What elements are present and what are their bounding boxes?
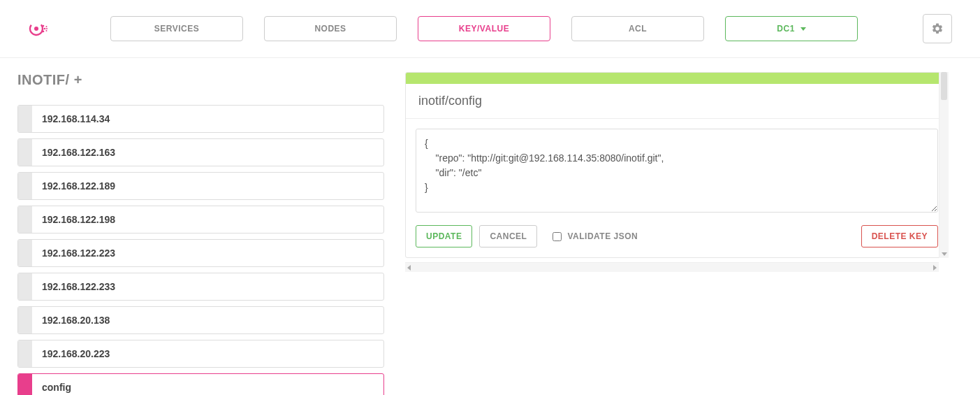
validate-json-checkbox[interactable] (553, 232, 562, 241)
svg-point-1 (34, 27, 38, 31)
tab-keyvalue[interactable]: KEY/VALUE (418, 16, 550, 41)
key-item-marker (18, 307, 32, 333)
key-item[interactable]: config (17, 373, 384, 395)
key-item-label: 192.168.122.189 (32, 173, 125, 199)
vertical-scrollbar[interactable] (939, 72, 949, 258)
consul-logo-icon (28, 19, 47, 38)
key-item-marker (18, 173, 32, 199)
value-textarea[interactable] (416, 129, 938, 213)
editor-key-path: inotif/config (406, 84, 948, 119)
cancel-button[interactable]: CANCEL (479, 225, 537, 247)
key-item[interactable]: 192.168.122.163 (17, 138, 384, 166)
validate-json-toggle[interactable]: VALIDATE JSON (553, 231, 638, 241)
key-item-label: 192.168.20.223 (32, 340, 119, 367)
svg-point-7 (46, 30, 47, 31)
tab-acl[interactable]: ACL (571, 16, 704, 41)
key-item-label: 192.168.114.34 (32, 106, 119, 132)
key-item-marker (18, 139, 32, 166)
key-item[interactable]: 192.168.122.198 (17, 206, 384, 234)
key-item[interactable]: 192.168.122.223 (17, 239, 384, 267)
status-indicator (406, 73, 948, 84)
caret-down-icon (800, 27, 806, 31)
key-item[interactable]: 192.168.114.34 (17, 105, 384, 133)
svg-point-5 (46, 26, 47, 27)
key-item-marker (18, 206, 32, 233)
key-list: 192.168.114.34192.168.122.163192.168.122… (17, 105, 384, 395)
settings-button[interactable] (923, 14, 952, 43)
key-item-label: 192.168.122.233 (32, 273, 125, 300)
datacenter-dropdown[interactable]: DC1 (725, 16, 858, 41)
key-item-marker (18, 273, 32, 300)
topbar: SERVICES NODES KEY/VALUE ACL DC1 (0, 0, 980, 58)
key-item-label: 192.168.122.223 (32, 240, 125, 266)
key-item-marker (18, 240, 32, 266)
key-item-label: 192.168.20.138 (32, 307, 119, 333)
editor-actions: UPDATE CANCEL VALIDATE JSON DELETE KEY (406, 225, 948, 257)
horizontal-scrollbar[interactable] (405, 262, 939, 272)
svg-point-6 (46, 28, 47, 29)
key-item[interactable]: 192.168.20.223 (17, 340, 384, 368)
value-editor-panel: inotif/config UPDATE CANCEL VALIDATE JSO… (405, 72, 963, 395)
update-button[interactable]: UPDATE (416, 225, 472, 247)
scroll-down-icon (942, 252, 947, 256)
key-item[interactable]: 192.168.122.189 (17, 172, 384, 200)
key-item-label: 192.168.122.198 (32, 206, 125, 233)
breadcrumb[interactable]: INOTIF/ + (17, 72, 384, 88)
delete-key-button[interactable]: DELETE KEY (861, 225, 938, 247)
scroll-right-icon (933, 265, 937, 271)
key-item[interactable]: 192.168.122.233 (17, 273, 384, 301)
tab-services[interactable]: SERVICES (110, 16, 243, 41)
key-item-label: config (32, 374, 81, 395)
content: INOTIF/ + 192.168.114.34192.168.122.1631… (0, 58, 980, 395)
key-item-marker (18, 106, 32, 132)
scroll-left-icon (407, 265, 411, 271)
scroll-thumb[interactable] (941, 72, 947, 100)
key-browser-panel: INOTIF/ + 192.168.114.34192.168.122.1631… (17, 72, 384, 395)
key-item[interactable]: 192.168.20.138 (17, 306, 384, 334)
datacenter-label: DC1 (777, 24, 795, 34)
tab-nodes[interactable]: NODES (264, 16, 397, 41)
gear-icon (931, 22, 944, 35)
validate-json-label: VALIDATE JSON (567, 231, 638, 241)
editor-card: inotif/config UPDATE CANCEL VALIDATE JSO… (405, 72, 949, 258)
key-item-marker (18, 340, 32, 367)
key-item-marker (18, 374, 32, 395)
key-item-label: 192.168.122.163 (32, 139, 125, 166)
nav-tabs: SERVICES NODES KEY/VALUE ACL DC1 (110, 16, 902, 41)
svg-point-2 (43, 25, 45, 27)
svg-point-3 (44, 28, 46, 30)
svg-point-4 (43, 31, 45, 33)
